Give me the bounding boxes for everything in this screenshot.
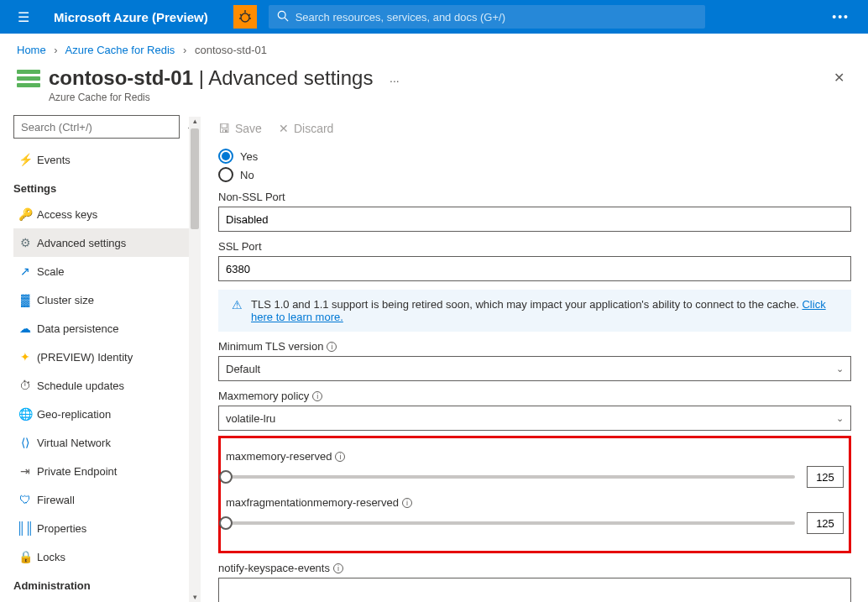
maxmemory-reserved-slider[interactable] [226, 475, 795, 479]
nav-icon: ▓ [13, 293, 37, 306]
nav-icon: 🔑 [13, 207, 37, 221]
nav-icon: ⟨⟩ [13, 436, 37, 449]
sidebar-item-data-persistence[interactable]: ☁Data persistence [13, 314, 201, 343]
nav-icon: ↗ [13, 264, 37, 278]
notify-keyspace-input[interactable] [218, 578, 851, 602]
slider-thumb[interactable] [219, 470, 233, 484]
sidebar-item-virtual-network[interactable]: ⟨⟩Virtual Network [13, 428, 201, 457]
sidebar-item-label: Advanced settings [37, 237, 126, 249]
nav-icon: ☁ [13, 322, 37, 335]
nonssl-port-input[interactable] [218, 207, 851, 232]
sidebar-item-firewall[interactable]: 🛡Firewall [13, 485, 201, 514]
slider-thumb[interactable] [219, 516, 233, 530]
page-subtitle: Advanced settings [208, 66, 373, 89]
sidebar-item-label: Virtual Network [37, 437, 111, 449]
sidebar-item-locks[interactable]: 🔒Locks [13, 542, 201, 571]
sidebar-item-import-data[interactable]: ↓ Import data [13, 597, 201, 602]
svg-point-6 [278, 11, 285, 18]
label-min-tls: Minimum TLS version i [218, 340, 851, 353]
preview-bug-icon[interactable] [233, 5, 257, 29]
min-tls-select[interactable]: Default ⌄ [218, 356, 851, 381]
info-icon[interactable]: i [333, 563, 343, 573]
warning-icon: ⚠ [232, 298, 243, 323]
maxfrag-reserved-value[interactable] [807, 512, 844, 534]
sidebar-item-label: (PREVIEW) Identity [37, 351, 133, 364]
sidebar-item-label: Events [37, 154, 71, 166]
sidebar-item-properties[interactable]: ║║Properties [13, 514, 201, 542]
chevron-down-icon: ⌄ [836, 413, 844, 424]
global-search[interactable] [269, 5, 705, 29]
save-icon: 🖫 [218, 122, 230, 135]
menu-icon[interactable]: ☰ [7, 9, 40, 25]
sidebar-item-events[interactable]: ⚡ Events [13, 145, 201, 174]
nav-icon: 🛡 [13, 493, 37, 506]
sidebar-item-scale[interactable]: ↗Scale [13, 257, 201, 285]
nav-icon: 🌐 [13, 407, 37, 421]
scroll-thumb[interactable] [191, 128, 199, 229]
crumb-home[interactable]: Home [17, 44, 46, 56]
sidebar-item-geo-replication[interactable]: 🌐Geo-replication [13, 400, 201, 428]
sidebar-item-access-keys[interactable]: 🔑Access keys [13, 200, 201, 228]
top-more-icon[interactable]: ••• [820, 10, 861, 24]
radio-yes[interactable]: Yes [218, 149, 851, 164]
header-more-icon[interactable]: ··· [390, 74, 400, 87]
memory-reserved-highlight: maxmemory-reserved i maxfragmentationmem… [218, 436, 851, 553]
sidebar-search-input[interactable] [13, 115, 180, 139]
radio-no[interactable]: No [218, 167, 851, 182]
sidebar-group-settings: Settings [13, 174, 201, 200]
discard-icon: ✕ [279, 122, 289, 135]
svg-line-7 [285, 18, 288, 21]
breadcrumb: Home › Azure Cache for Redis › contoso-s… [0, 34, 868, 61]
ssl-port-input[interactable] [218, 256, 851, 281]
global-search-input[interactable] [295, 11, 697, 24]
sidebar-item-schedule-updates[interactable]: ⏱Schedule updates [13, 371, 201, 400]
scroll-down-icon[interactable]: ▾ [189, 593, 201, 602]
label-notify-keyspace: notify-keyspace-events i [218, 562, 851, 574]
svg-point-0 [241, 13, 249, 22]
sidebar-item-cluster-size[interactable]: ▓Cluster size [13, 285, 201, 314]
sidebar-item-label: Geo-replication [37, 408, 111, 421]
info-icon[interactable]: i [335, 452, 345, 462]
crumb-current: contoso-std-01 [195, 44, 267, 56]
chevron-right-icon: › [54, 44, 57, 56]
page-title: contoso-std-01 [49, 66, 193, 89]
maxfrag-reserved-slider[interactable] [226, 521, 795, 525]
discard-button[interactable]: ✕ Discard [279, 122, 333, 135]
close-icon[interactable]: ✕ [827, 66, 851, 89]
azure-topbar: ☰ Microsoft Azure (Preview) ••• [0, 0, 868, 34]
info-icon[interactable]: i [327, 342, 337, 352]
page-header: contoso-std-01 | Advanced settings ··· A… [0, 61, 868, 112]
service-label: Azure Cache for Redis [49, 92, 400, 103]
info-icon[interactable]: i [402, 498, 412, 508]
sidebar-item-label: Locks [37, 551, 65, 563]
nav-icon: ║║ [13, 521, 37, 535]
nav-icon: 🔒 [13, 550, 37, 563]
scroll-up-icon[interactable]: ▴ [189, 117, 201, 128]
redis-cache-icon [17, 70, 40, 90]
save-button[interactable]: 🖫 Save [218, 122, 262, 135]
sidebar-item-label: Private Endpoint [37, 465, 117, 478]
maxmemory-reserved-value[interactable] [807, 466, 844, 488]
radio-icon [218, 149, 233, 164]
sidebar-item-label: Data persistence [37, 322, 119, 335]
sidebar-item--preview-identity[interactable]: ✦(PREVIEW) Identity [13, 343, 201, 371]
info-icon[interactable]: i [312, 391, 322, 401]
sidebar-item-label: Schedule updates [37, 380, 124, 392]
maxmemory-policy-select[interactable]: volatile-lru ⌄ [218, 406, 851, 431]
nav-icon: ⚙ [13, 236, 37, 249]
nav-icon: ⏱ [13, 379, 37, 392]
radio-icon [218, 167, 233, 182]
sidebar-item-label: Access keys [37, 208, 97, 221]
sidebar-item-label: Firewall [37, 494, 75, 506]
search-icon [277, 10, 289, 24]
nav-icon: ✦ [13, 350, 37, 364]
label-maxmemory-reserved: maxmemory-reserved i [226, 450, 844, 463]
nav-icon: ⇥ [13, 464, 37, 478]
sidebar-scrollbar[interactable]: ▴ ▾ [189, 117, 201, 602]
sidebar-item-advanced-settings[interactable]: ⚙Advanced settings [13, 228, 201, 257]
label-nonssl-port: Non-SSL Port [218, 191, 851, 203]
main-content: 🖫 Save ✕ Discard Yes No Non-SSL Port SSL… [201, 112, 868, 602]
sidebar-item-private-endpoint[interactable]: ⇥Private Endpoint [13, 457, 201, 485]
crumb-service[interactable]: Azure Cache for Redis [65, 44, 175, 56]
brand-label: Microsoft Azure (Preview) [40, 10, 222, 24]
